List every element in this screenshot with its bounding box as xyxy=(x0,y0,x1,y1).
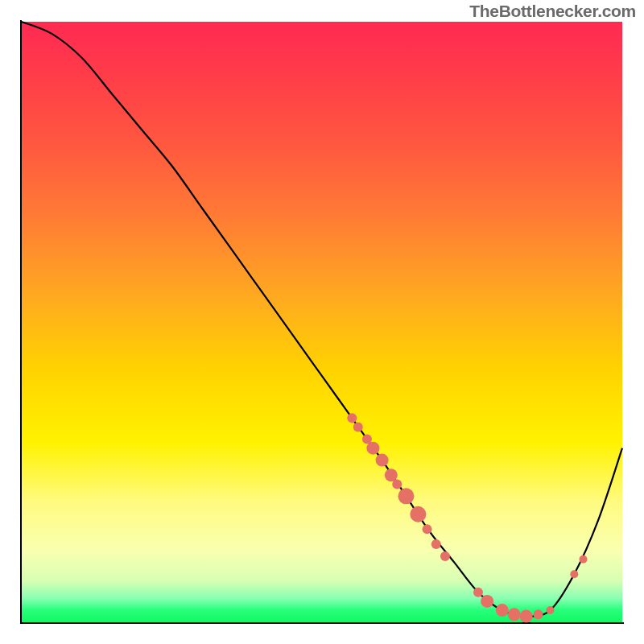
highlight-dots-group xyxy=(347,413,587,622)
highlight-dot xyxy=(570,570,578,578)
highlight-dot xyxy=(520,610,533,623)
highlight-dot xyxy=(423,524,432,534)
highlight-dot xyxy=(410,506,426,522)
highlight-dot xyxy=(431,539,441,549)
highlight-dot xyxy=(398,488,414,504)
highlight-dot xyxy=(353,423,363,432)
highlight-dot xyxy=(546,606,554,614)
highlight-dot xyxy=(392,479,402,489)
highlight-dot xyxy=(473,588,483,597)
highlight-dot xyxy=(366,442,379,455)
highlight-dot xyxy=(534,609,543,619)
highlight-dot xyxy=(376,454,389,467)
highlight-dot xyxy=(496,604,509,617)
chart-container: TheBottlenecker.com xyxy=(0,0,644,644)
attribution-label: TheBottlenecker.com xyxy=(469,2,636,21)
bottleneck-curve xyxy=(22,22,622,617)
highlight-dot xyxy=(481,595,493,608)
highlight-dot xyxy=(440,551,450,561)
highlight-dot xyxy=(508,608,521,621)
highlight-dot xyxy=(580,555,588,564)
chart-overlay xyxy=(0,0,644,644)
highlight-dot xyxy=(347,413,357,423)
